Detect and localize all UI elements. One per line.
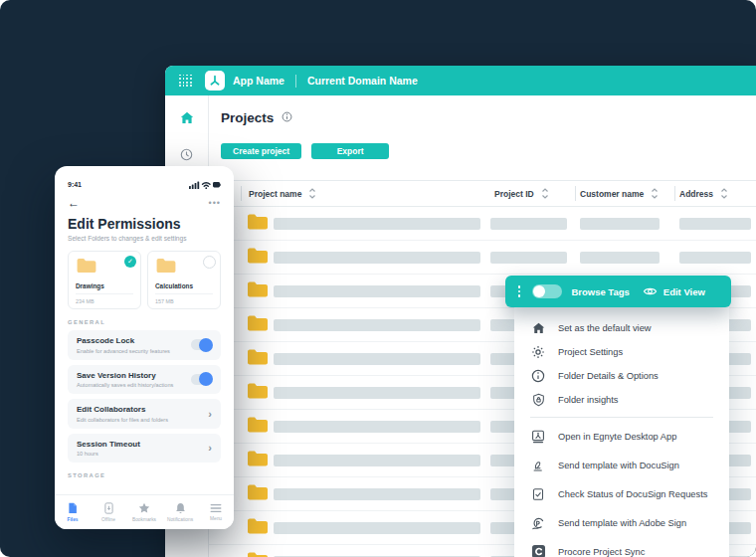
page-title: Projects (221, 110, 274, 125)
placeholder-project-name (274, 488, 480, 500)
folder-card-drawings[interactable]: ✓ Drawings 234 MB (68, 251, 141, 309)
column-divider (674, 186, 675, 201)
menu-item-project-settings[interactable]: Project Settings (514, 340, 729, 364)
more-options-icon[interactable]: ••• (209, 200, 221, 206)
placeholder-project-name (274, 353, 480, 365)
folder-name: Calculations (155, 282, 213, 294)
menu-item-folder-insights[interactable]: Folder insights (514, 388, 729, 412)
section-label-storage: STORAGE (68, 472, 221, 478)
current-domain-name[interactable]: Current Domain Name (307, 75, 418, 87)
gear-icon (531, 345, 545, 359)
sort-icon (651, 188, 659, 199)
column-header-project-id[interactable]: Project ID (494, 181, 549, 206)
menu-item-send-adobe-sign[interactable]: Send template with Adobe Sign (514, 508, 729, 537)
column-header-customer-name[interactable]: Customer name (580, 181, 659, 206)
selected-check-icon[interactable]: ✓ (124, 256, 136, 268)
nav-item-offline[interactable]: Offline (91, 495, 126, 529)
version-history-toggle[interactable] (191, 374, 212, 385)
setting-title: Save Version History (77, 371, 173, 380)
placeholder-customer-name (580, 218, 660, 230)
create-project-button[interactable]: Create project (221, 143, 301, 159)
adobe-sign-icon (531, 516, 545, 530)
folder-icon (247, 551, 269, 557)
browse-tags-toggle[interactable] (532, 284, 562, 298)
folder-card-calculations[interactable]: Calculations 157 MB (147, 251, 221, 309)
status-bar: 9:41 (68, 175, 221, 193)
procore-icon (531, 545, 545, 557)
placeholder-project-name (274, 522, 480, 534)
eye-icon[interactable] (643, 285, 658, 297)
context-menu-header: Browse Tags Edit View (505, 276, 731, 307)
chevron-right-icon: › (208, 442, 212, 454)
passcode-toggle[interactable] (191, 339, 212, 350)
column-divider (575, 186, 576, 201)
mobile-panel: 9:41 ← ••• Edit Permissions Select Folde… (55, 166, 234, 529)
home-icon[interactable] (180, 110, 194, 128)
clock-icon[interactable] (180, 147, 193, 165)
folder-icon (247, 348, 269, 369)
bell-icon (175, 502, 186, 514)
column-divider (241, 186, 242, 201)
app-logo-icon[interactable] (205, 71, 225, 91)
setting-subtitle: 10 hours (77, 451, 140, 457)
menu-divider (530, 417, 713, 418)
setting-save-version-history[interactable]: Save Version HistoryAutomatically saves … (68, 365, 221, 395)
wifi-icon (203, 183, 211, 187)
folder-icon (247, 517, 269, 538)
menu-item-procore-sync[interactable]: Procore Project Sync (514, 537, 729, 557)
folder-name: Drawings (76, 282, 133, 294)
menu-item-set-default-view[interactable]: Set as the default view (514, 316, 729, 340)
folder-size: 234 MB (76, 298, 133, 304)
nav-item-bookmarks[interactable]: Bookmarks (126, 495, 162, 529)
setting-passcode-lock[interactable]: Passcode LockEnable for advanced securit… (68, 330, 221, 360)
folder-icon (247, 280, 269, 301)
setting-title: Edit Collaborators (77, 405, 168, 414)
app-name: App Name (233, 75, 284, 87)
nav-item-menu[interactable]: Menu (198, 495, 234, 529)
export-button[interactable]: Export (311, 143, 389, 159)
placeholder-project-name (274, 455, 480, 466)
app-topbar: App Name Current Domain Name (165, 66, 756, 95)
placeholder-project-name (274, 387, 480, 399)
placeholder-project-name (274, 285, 480, 297)
file-icon (68, 502, 78, 514)
folder-icon (247, 247, 269, 268)
battery-icon (213, 182, 221, 188)
table-row[interactable] (209, 241, 756, 275)
folder-icon (247, 483, 269, 504)
document-check-icon (531, 487, 545, 501)
setting-title: Passcode Lock (77, 336, 170, 345)
nav-item-files[interactable]: Files (55, 495, 91, 529)
column-header-project-name[interactable]: Project name (249, 181, 316, 206)
nav-item-notifications[interactable]: Notifications (162, 495, 198, 529)
offline-icon (104, 502, 113, 514)
table-row[interactable] (209, 207, 756, 241)
placeholder-customer-name (580, 252, 660, 264)
back-icon[interactable]: ← (68, 198, 80, 208)
edit-view-label[interactable]: Edit View (663, 286, 705, 297)
browse-tags-label: Browse Tags (571, 286, 629, 297)
sort-icon (541, 188, 549, 199)
app-grid-icon[interactable] (179, 75, 192, 88)
setting-title: Session Timeout (77, 440, 140, 449)
egnyte-app-icon (531, 430, 545, 444)
info-icon[interactable] (282, 108, 292, 126)
setting-edit-collaborators[interactable]: Edit CollaboratorsEdit collaborators for… (68, 399, 221, 429)
sort-icon (308, 188, 316, 199)
setting-session-timeout[interactable]: Session Timeout10 hours › (68, 434, 221, 464)
folder-icon (247, 416, 269, 437)
unselected-circle-icon[interactable] (203, 256, 216, 269)
kebab-menu-icon[interactable] (518, 285, 520, 296)
context-menu-panel: Set as the default view Project Settings… (514, 307, 729, 557)
column-header-address[interactable]: Address (679, 181, 728, 206)
phone-bottom-nav: Files Offline Bookmarks Notifications Me… (55, 494, 234, 529)
menu-item-folder-details[interactable]: Folder Details & Options (514, 364, 729, 388)
menu-item-open-egnyte-desktop[interactable]: Open in Egnyte Desktop App (514, 422, 729, 451)
menu-item-check-docusign-status[interactable]: Check Status of DocuSign Requests (514, 479, 729, 508)
topbar-divider (295, 75, 296, 88)
stage: App Name Current Domain Name Projects (0, 0, 756, 557)
table-header: Project name Project ID Customer name Ad… (209, 180, 756, 207)
home-icon (531, 321, 545, 335)
placeholder-project-id (490, 252, 567, 264)
menu-item-send-docusign[interactable]: Send template with DocuSign (514, 451, 729, 479)
